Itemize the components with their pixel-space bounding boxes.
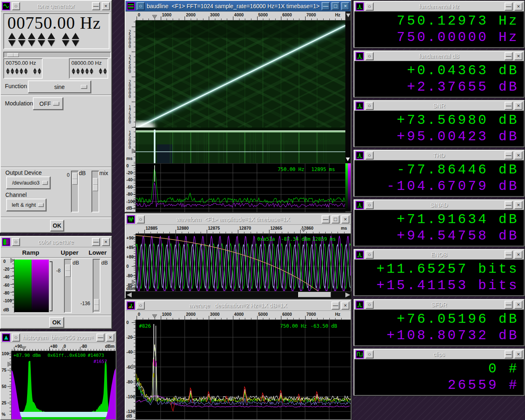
digit-stepper[interactable] xyxy=(6,68,9,74)
ok-button[interactable]: OK xyxy=(49,317,64,328)
ramp-gradient-purple[interactable] xyxy=(32,260,49,312)
scrollbar-left-arrow[interactable] xyxy=(127,292,132,297)
digit-stepper[interactable] xyxy=(85,68,89,74)
minimize-button[interactable]: — xyxy=(504,350,513,358)
step-down-icon[interactable] xyxy=(11,71,14,74)
close-button[interactable]: × xyxy=(106,333,114,342)
close-button[interactable]: × xyxy=(514,2,523,11)
step-up-icon[interactable] xyxy=(8,33,16,39)
spectrogram-right-strip[interactable] xyxy=(345,21,351,163)
digit-stepper[interactable] xyxy=(81,68,84,74)
channel-dropdown[interactable]: left & right xyxy=(6,199,46,211)
minimize-button[interactable]: — xyxy=(504,201,513,209)
step-up-icon[interactable] xyxy=(38,33,45,39)
waveform-time-ruler[interactable]: 128851288012875128701286512860ms xyxy=(136,225,351,234)
window-menu-button[interactable]: ○ xyxy=(365,52,374,60)
step-up-icon[interactable] xyxy=(72,33,79,39)
close-button[interactable]: × xyxy=(341,2,349,10)
close-button[interactable]: × xyxy=(514,102,523,110)
window-menu-button[interactable]: ○ xyxy=(12,2,20,10)
digit-stepper[interactable] xyxy=(15,68,18,74)
window-menu-button[interactable]: ○ xyxy=(12,238,20,246)
minimize-button[interactable]: — xyxy=(92,2,100,10)
step-down-icon[interactable] xyxy=(18,40,25,46)
step-down-icon[interactable] xyxy=(85,71,89,74)
slider-thumb[interactable] xyxy=(7,53,19,57)
close-button[interactable]: × xyxy=(514,251,523,259)
digit-stepper[interactable] xyxy=(28,33,35,46)
digit-stepper[interactable] xyxy=(72,68,75,74)
window-menu-button[interactable]: ○ xyxy=(365,151,374,160)
step-down-icon[interactable] xyxy=(99,71,102,74)
slider-thumb[interactable] xyxy=(65,265,71,277)
step-down-icon[interactable] xyxy=(8,40,16,46)
axis-position-marker[interactable] xyxy=(7,362,11,367)
ruler-position-marker[interactable] xyxy=(21,346,26,350)
step-up-icon[interactable] xyxy=(6,68,9,71)
window-menu-button[interactable]: ○ xyxy=(365,2,374,11)
digit-stepper[interactable] xyxy=(18,33,25,46)
scrollbar-right-arrow[interactable] xyxy=(345,292,350,297)
minimize-button[interactable]: — xyxy=(504,251,513,259)
meter-titlebar[interactable]: ○ THD — × xyxy=(354,151,524,160)
close-button[interactable]: × xyxy=(514,201,523,209)
average-titlebar[interactable]: ○ average destination=2 Hz=1X dB=1X — × xyxy=(126,300,351,311)
step-down-icon[interactable] xyxy=(15,71,18,74)
histogram-percent-axis[interactable]: 100755025% xyxy=(1,351,11,419)
waveform-scrollbar[interactable] xyxy=(126,291,352,299)
step-down-icon[interactable] xyxy=(72,40,79,46)
average-frequency-ruler[interactable]: 01000200030004000500060007000Hz xyxy=(136,311,351,320)
step-up-icon[interactable] xyxy=(81,68,84,71)
meter-titlebar[interactable]: ○ fundamental Hz — × xyxy=(354,2,524,11)
ruler-position-marker[interactable] xyxy=(301,228,306,232)
window-menu-button[interactable]: ○ xyxy=(12,333,20,342)
ruler-right-handle[interactable] xyxy=(345,11,351,21)
close-button[interactable]: × xyxy=(514,350,523,358)
step-up-icon[interactable] xyxy=(103,68,107,71)
digit-stepper[interactable] xyxy=(48,33,55,46)
step-down-icon[interactable] xyxy=(38,71,41,74)
digit-stepper[interactable] xyxy=(90,68,93,74)
minimize-button[interactable]: — xyxy=(504,151,513,160)
minimize-button[interactable]: — xyxy=(504,52,513,60)
step-down-icon[interactable] xyxy=(90,71,93,74)
gain-db-slider[interactable] xyxy=(71,171,79,212)
step-up-icon[interactable] xyxy=(99,68,102,71)
average-display[interactable] xyxy=(136,320,351,419)
window-menu-button[interactable]: ○ xyxy=(137,215,145,224)
ramp-gradient-green[interactable] xyxy=(14,260,32,312)
axis-position-marker[interactable] xyxy=(132,364,135,369)
waveform-titlebar[interactable]: ○ waveform <F1> amplitude=1X timebase=1X… xyxy=(126,214,351,225)
window-menu-button[interactable]: ○ xyxy=(365,301,374,309)
step-down-icon[interactable] xyxy=(81,71,84,74)
average-db-axis[interactable]: 0-20-40-60-80-100-120dB xyxy=(126,320,136,419)
maximize-button[interactable]: □ xyxy=(331,2,340,10)
spectrum-db-axis[interactable]: 0-20-40-60-80-100dB xyxy=(126,163,136,212)
step-up-icon[interactable] xyxy=(38,68,41,71)
time-axis[interactable]: 2500022500200001750015000ms xyxy=(126,21,136,163)
meter-titlebar[interactable]: ○ ENOB — × xyxy=(354,250,524,260)
aperture-bar-purple[interactable] xyxy=(348,163,351,212)
function-dropdown[interactable]: sine xyxy=(28,80,91,93)
frequency-ruler[interactable]: 01000200030004000500060007000Hz xyxy=(136,11,345,21)
output-device-dropdown[interactable]: /dev/audio3 xyxy=(6,176,50,189)
close-button[interactable]: × xyxy=(102,2,110,10)
axis-position-marker[interactable] xyxy=(132,280,135,285)
close-button[interactable]: × xyxy=(341,301,349,310)
step-up-icon[interactable] xyxy=(85,68,89,71)
minimize-button[interactable]: — xyxy=(322,215,330,224)
digit-stepper[interactable] xyxy=(20,68,23,74)
window-menu-button[interactable]: ○ xyxy=(365,102,374,110)
digit-stepper[interactable] xyxy=(38,68,41,74)
step-down-icon[interactable] xyxy=(76,71,80,74)
window-menu-button[interactable]: ○ xyxy=(137,301,145,310)
window-menu-button[interactable]: ○ xyxy=(365,201,374,209)
minimize-button[interactable]: — xyxy=(96,333,105,342)
baudline-titlebar[interactable]: ○ baudline <F1> FFT=1024 sample_rate=160… xyxy=(126,1,351,11)
histogram-dbm-ruler[interactable]: +90+800-80dBm xyxy=(11,343,116,351)
step-down-icon[interactable] xyxy=(48,40,55,46)
digit-stepper[interactable] xyxy=(76,68,80,74)
step-up-icon[interactable] xyxy=(11,68,14,71)
step-down-icon[interactable] xyxy=(33,71,37,74)
step-down-icon[interactable] xyxy=(20,71,23,74)
